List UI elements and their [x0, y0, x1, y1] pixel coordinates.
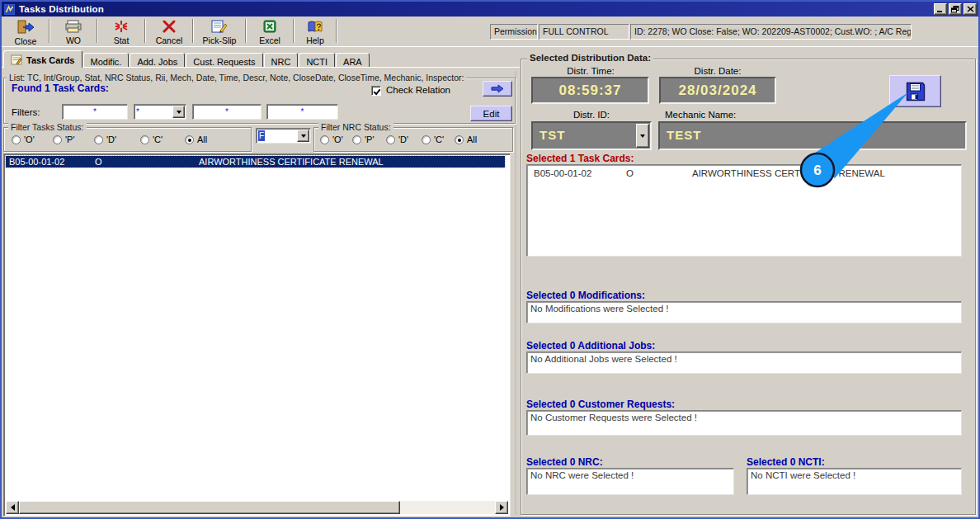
radio-icon: [422, 135, 431, 144]
tab-add-jobs[interactable]: Add. Jobs: [130, 53, 185, 68]
restore-button[interactable]: [949, 3, 962, 15]
tab-label: NRC: [271, 57, 291, 67]
distr-time-value: 08:59:37: [531, 77, 649, 104]
nrc-status-radio-o[interactable]: 'O': [320, 134, 343, 144]
radio-label: 'P': [365, 134, 375, 144]
mechanic-name-field[interactable]: TEST: [658, 121, 967, 150]
tab-label: Add. Jobs: [137, 57, 177, 67]
nrc-message: No NRC were Selected !: [530, 470, 634, 480]
tasks-status-radio-c[interactable]: 'C': [140, 134, 163, 144]
check-relation-label: Check Relation: [386, 85, 450, 95]
filter-input-4[interactable]: [266, 104, 338, 120]
radio-label: 'C': [434, 134, 444, 144]
task-tc: B05-00-01-02: [534, 168, 591, 178]
toolbar-separator: [144, 19, 146, 43]
distr-id-dropdown-button[interactable]: [636, 124, 649, 148]
selected-task-row[interactable]: B05-00-01-02 O AIRWORTHINESS CERTIFICATE…: [529, 167, 956, 179]
task-list[interactable]: B05-00-01-02 O AIRWORTHINESS CERTIFICATE…: [3, 153, 511, 517]
tasks-status-radio-p[interactable]: 'P': [53, 134, 75, 144]
toolbar-label: Cancel: [156, 35, 183, 45]
nrc-status-radio-p[interactable]: 'P': [352, 134, 375, 144]
edit-button[interactable]: Edit: [470, 106, 512, 121]
stat-button[interactable]: Stat: [100, 18, 143, 45]
task-list-row[interactable]: B05-00-01-02 O AIRWORTHINESS CERTIFICATE…: [6, 156, 505, 167]
task-status: O: [95, 157, 102, 167]
horizontal-scrollbar[interactable]: [6, 501, 508, 514]
work-order-info: ID: 2278; WO Close: False; WO: 202209-AS…: [630, 24, 912, 40]
radio-icon: [320, 135, 329, 144]
tab-cust-requests[interactable]: Cust. Requests: [186, 53, 262, 68]
filter-input-1[interactable]: [62, 104, 128, 120]
tab-label: Cust. Requests: [193, 57, 255, 67]
nrc-status-radio-c[interactable]: 'C': [422, 134, 444, 144]
nrc-list[interactable]: No NRC were Selected !: [526, 468, 734, 495]
right-arrow-icon: [500, 504, 507, 511]
toolbar-label: Excel: [259, 35, 280, 45]
toolbar-separator: [192, 19, 194, 43]
mechanic-name-label: Mechanic Name:: [665, 110, 736, 120]
filter-input-3[interactable]: [192, 104, 261, 120]
nrc-status-radio-d[interactable]: 'D': [386, 134, 408, 144]
selected-customer-requests-label: Selected 0 Customer Requests:: [526, 399, 675, 410]
distr-id-value: TST: [539, 128, 565, 142]
customer-requests-list[interactable]: No Customer Requests were Selected !: [526, 410, 962, 436]
tasks-status-radio-o[interactable]: 'O': [12, 134, 35, 144]
check-relation-checkbox[interactable]: [371, 86, 381, 96]
nrc-status-radio-all[interactable]: All: [455, 134, 477, 144]
ncti-message: No NCTI were Selected !: [751, 470, 855, 480]
printer-icon: [64, 20, 82, 35]
selected-modifications-label: Selected 0 Modifications:: [526, 290, 645, 301]
help-button[interactable]: Help: [296, 18, 334, 45]
close-button[interactable]: Close: [4, 18, 47, 45]
tab-ncti[interactable]: NCTI: [299, 53, 335, 68]
additional-jobs-list[interactable]: No Additional Jobs were Selected !: [526, 352, 962, 374]
radio-label: 'O': [332, 134, 343, 144]
excel-button[interactable]: Excel: [248, 18, 291, 45]
pick-slip-button[interactable]: Pick-Slip: [196, 18, 243, 45]
tasks-status-radio-d[interactable]: 'D': [94, 134, 116, 144]
toolbar-label: Close: [15, 36, 37, 46]
save-button[interactable]: [889, 75, 941, 107]
toolbar-separator: [245, 19, 247, 43]
scroll-left-button[interactable]: [6, 501, 19, 514]
filter-tasks-status-title: Filter Tasks Status:: [8, 122, 87, 132]
modifications-list[interactable]: No Modifications were Selected !: [526, 301, 962, 323]
minimize-button[interactable]: [934, 3, 947, 15]
scroll-right-button[interactable]: [495, 501, 508, 514]
type-filter-dropdown-button[interactable]: [297, 130, 309, 142]
tab-nrc[interactable]: NRC: [264, 53, 299, 68]
excel-icon: [262, 20, 277, 35]
selected-distribution-title: Selected Distribution Data:: [527, 53, 653, 63]
radio-label: 'D': [398, 134, 408, 144]
tab-label: NCTI: [306, 57, 327, 67]
distr-id-combo[interactable]: TST: [531, 121, 652, 150]
customer-requests-message: No Customer Requests were Selected !: [530, 413, 697, 422]
selected-task-cards-list[interactable]: B05-00-01-02 O AIRWORTHINESS CERTIFICATE…: [526, 164, 962, 257]
close-window-button[interactable]: [964, 3, 977, 15]
tab-modific[interactable]: Modific.: [83, 53, 130, 68]
task-description: AIRWORTHINESS CERTIFICATE RENEWAL: [199, 157, 384, 167]
edit-button-label: Edit: [483, 109, 500, 119]
toolbar-label: Help: [306, 35, 324, 45]
radio-icon: [386, 135, 395, 144]
tab-task-cards[interactable]: Task Cards: [3, 50, 82, 68]
exit-door-icon: [16, 20, 35, 35]
modifications-message: No Modifications were Selected !: [530, 304, 668, 314]
radio-icon: [94, 135, 103, 144]
red-x-icon: [162, 20, 177, 35]
tab-label: ARA: [343, 57, 362, 67]
cancel-button[interactable]: Cancel: [148, 18, 191, 45]
scrollbar-track[interactable]: [400, 501, 495, 514]
additional-jobs-message: No Additional Jobs were Selected !: [530, 354, 677, 364]
tasks-distribution-window: Tasks Distribution Close WO Stat Cancel: [0, 0, 980, 519]
ncti-list[interactable]: No NCTI were Selected !: [747, 468, 962, 495]
tasks-status-radio-all[interactable]: All: [185, 134, 207, 144]
toolbar-separator: [49, 19, 50, 43]
forward-arrow-button[interactable]: [483, 81, 512, 97]
tab-ara[interactable]: ARA: [336, 53, 370, 68]
radio-label: 'C': [153, 134, 163, 144]
scrollbar-thumb[interactable]: [19, 501, 400, 514]
app-icon: [4, 4, 15, 15]
filter-combo-dropdown-button[interactable]: [172, 106, 185, 118]
wo-button[interactable]: WO: [52, 18, 95, 45]
